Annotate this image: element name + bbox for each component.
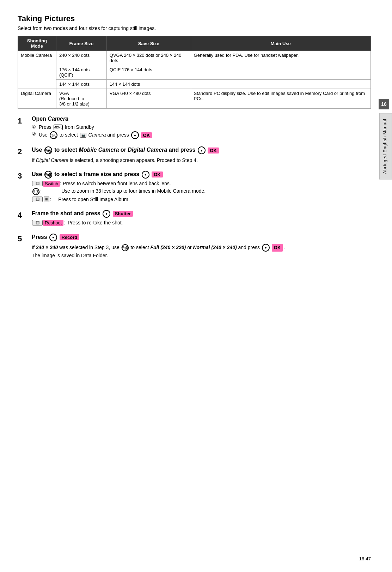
shutter-circle-icon: ● [103, 210, 110, 218]
page-title: Taking Pictures [18, 14, 371, 23]
note-text-reshoot: Press to re-take the shot. [65, 220, 371, 225]
ok-circle-icon-3: ● [142, 171, 149, 179]
step-1: 1 Open Camera ① Press MENU from Standby … [18, 116, 371, 140]
table-row: 144 × 144 dots 144 × 144 dots [18, 80, 371, 89]
note-switch: 🔲 Switch : Press to switch between front… [32, 181, 371, 187]
page-number: 16-47 [359, 556, 371, 561]
ok-circle-5: ● [262, 244, 270, 252]
step-4-content: Frame the shot and press ● Shutter 🔲 Res… [32, 210, 371, 227]
step-4-number: 4 [18, 210, 32, 220]
step-1-sub-1-text: Press MENU from Standby [39, 124, 94, 130]
cell-frame-3: VGA (Reduced to 3/8 or 1/2 size) [56, 89, 106, 109]
camera-icon: 📷 [80, 133, 86, 138]
step-4-header: Frame the shot and press ● Shutter [32, 210, 371, 218]
note-reshoot: 🔲 Reshoot : Press to re-take the shot. [32, 220, 371, 226]
step-4: 4 Frame the shot and press ● Shutter 🔲 R… [18, 210, 371, 227]
cell-mode-0: Mobile Camera [18, 51, 56, 89]
page-subtitle: Select from two modes and four sizes for… [18, 25, 371, 31]
ok-badge-5: OK [272, 244, 283, 252]
note-icon-wrap-2: ◎ : [32, 188, 49, 195]
ok-circle-icon-2: ● [198, 146, 206, 154]
step-5-content: Press ● Record If 240 × 240 was selected… [32, 234, 371, 260]
cell-use-0: Generally used for PDA. Use for handset … [191, 51, 370, 80]
step-3-number: 3 [18, 171, 32, 181]
cell-save-2: 144 × 144 dots [106, 80, 191, 89]
step-1-content: Open Camera ① Press MENU from Standby ② … [32, 116, 371, 140]
sub-num-1: ① [32, 124, 39, 130]
cell-save-3: VGA 640 × 480 dots [106, 89, 191, 109]
note-album: 🔲 ▦ : Press to open Still Image Album. [32, 197, 371, 202]
shutter-badge: Shutter [113, 211, 133, 217]
reshoot-badge: Reshoot [43, 220, 63, 226]
step-1-sub-1: ① Press MENU from Standby [32, 124, 371, 130]
step-1-number: 1 [18, 116, 32, 126]
colon-2: : [40, 189, 42, 194]
nav-icon-note: ◎ [32, 188, 39, 195]
switch-badge: Switch [43, 181, 60, 187]
step-2-body: If Digital Camera is selected, a shootin… [32, 156, 371, 164]
ok-badge-3: OK [152, 171, 163, 177]
note-icon-wrap-1: 🔲 Switch : [32, 181, 61, 187]
step-2: 2 Use ◎ to select Mobile Camera or Digit… [18, 146, 371, 164]
step-2-content: Use ◎ to select Mobile Camera or Digital… [32, 146, 371, 164]
note-text-3: Press to open Still Image Album. [51, 197, 371, 202]
step-5-header: Press ● Record [32, 234, 371, 241]
sub-num-2: ② [32, 131, 39, 137]
col-frame-size: Frame Size [56, 36, 106, 51]
ok-badge-2: OK [208, 147, 219, 153]
note-zoom: ◎ : Use to zoom in 33 levels up to four … [32, 188, 371, 195]
cell-use-2 [191, 80, 370, 89]
nav-icon: ◎ [50, 131, 57, 139]
note-icon-wrap-3: 🔲 ▦ : [32, 197, 51, 202]
note-icon-wrap-reshoot: 🔲 Reshoot : [32, 220, 65, 226]
ok-badge: OK [141, 132, 152, 138]
chapter-number: 16 [379, 99, 389, 109]
step-5: 5 Press ● Record If 240 × 240 was select… [18, 234, 371, 260]
step-3-header: Use ◎ to select a frame size and press ●… [32, 171, 371, 179]
record-badge: Record [60, 234, 80, 240]
cell-frame-0: 240 × 240 dots [56, 51, 106, 65]
grid-icon: ▦ [44, 197, 49, 202]
table-row: Digital Camera VGA (Reduced to 3/8 or 1/… [18, 89, 371, 109]
note-text-1: Press to switch between front lens and b… [61, 181, 371, 186]
step-2-number: 2 [18, 146, 32, 156]
menu-icon: MENU [54, 125, 63, 130]
cell-use-3: Standard PC display size. Use to edit im… [191, 89, 370, 109]
step-1-sub-2-text: Use ◎ to select 📷 Camera and press ● OK [39, 131, 152, 139]
record-circle-icon: ● [49, 234, 57, 241]
nav-icon-3: ◎ [44, 171, 52, 179]
step-1-header: Open Camera [32, 116, 371, 122]
cell-frame-1: 176 × 144 dots (QCIF) [56, 65, 106, 80]
soft-btn-icon-1: 🔲 [32, 181, 43, 186]
nav-icon-5: ◎ [122, 244, 129, 251]
cell-save-0: QVGA 240 × 320 dots or 240 × 240 dots [106, 51, 191, 65]
side-tab-label: Abridged English Manual [379, 113, 392, 179]
col-shooting-mode: Shooting Mode [18, 36, 56, 51]
ok-circle-icon: ● [131, 131, 139, 139]
step-5-number: 5 [18, 234, 32, 243]
soft-btn-reshoot: 🔲 [32, 220, 43, 225]
step-1-sub-2: ② Use ◎ to select 📷 Camera and press ● O… [32, 131, 371, 139]
camera-modes-table: Shooting Mode Frame Size Save Size Main … [18, 36, 371, 109]
step-5-body: If 240 × 240 was selected in Step 3, use… [32, 243, 371, 260]
step-3: 3 Use ◎ to select a frame size and press… [18, 171, 371, 204]
step-3-content: Use ◎ to select a frame size and press ●… [32, 171, 371, 204]
col-main-use: Main Use [191, 36, 370, 51]
soft-btn-icon-2: 🔲 [32, 197, 43, 202]
step-2-header: Use ◎ to select Mobile Camera or Digital… [32, 146, 371, 154]
col-save-size: Save Size [106, 36, 191, 51]
table-row: Mobile Camera 240 × 240 dots QVGA 240 × … [18, 51, 371, 65]
note-text-2: Use to zoom in 33 levels up to four time… [49, 188, 371, 194]
nav-icon-2: ◎ [44, 146, 52, 154]
cell-frame-2: 144 × 144 dots [56, 80, 106, 89]
cell-mode-3: Digital Camera [18, 89, 56, 109]
cell-save-1: QCIF 176 × 144 dots [106, 65, 191, 80]
